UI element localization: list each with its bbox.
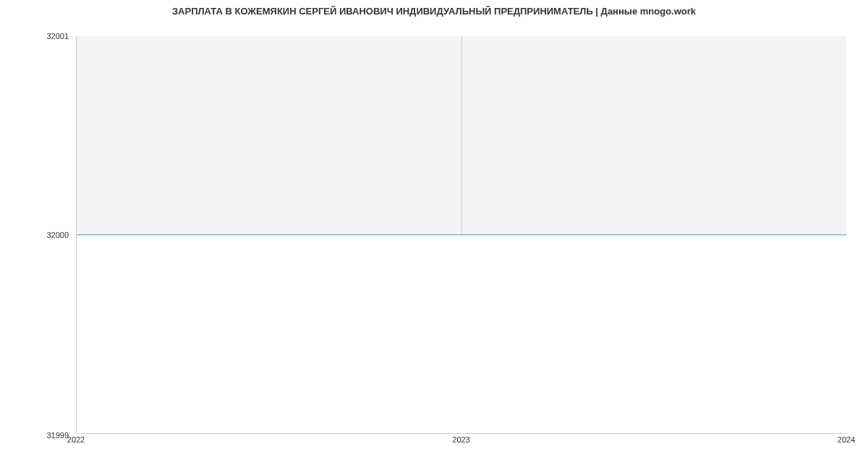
y-tick-label-top: 32001 (46, 32, 72, 40)
y-tick-label-mid: 32000 (46, 231, 72, 239)
x-tick-label-0: 2022 (67, 435, 85, 444)
chart-container: 32001 32000 31999 2022 2023 2024 (36, 22, 854, 448)
plot-lower-background (77, 235, 846, 434)
x-tick-label-1: 2023 (452, 435, 469, 444)
chart-title: ЗАРПЛАТА В КОЖЕМЯКИН СЕРГЕЙ ИВАНОВИЧ ИНД… (0, 0, 868, 20)
x-tick-label-2: 2024 (838, 435, 855, 444)
plot-area (76, 36, 846, 434)
data-line (77, 234, 846, 236)
